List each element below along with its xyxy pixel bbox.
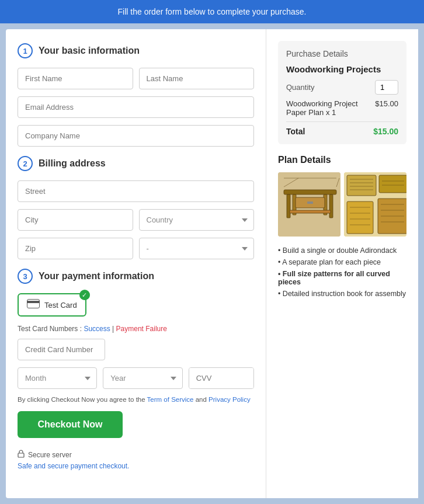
svg-rect-19	[347, 175, 376, 196]
svg-rect-1	[27, 301, 40, 303]
test-card-success-link[interactable]: Success	[84, 325, 110, 333]
section-number-3: 3	[18, 269, 33, 284]
price-row: Woodworking Project Paper Plan x 1 $15.0…	[286, 99, 398, 122]
billing-section-header: 2 Billing address	[18, 156, 254, 171]
left-panel: 1 Your basic information	[6, 29, 266, 498]
credit-card-icon	[27, 299, 40, 311]
month-select[interactable]: Month 01 02 03 04 05 06 07 08 09 10 11 1…	[18, 367, 97, 389]
section-number-2: 2	[18, 156, 33, 171]
payment-section-header: 3 Your payment information	[18, 269, 254, 284]
street-row	[18, 180, 254, 202]
zip-state-row: -	[18, 238, 254, 259]
country-select[interactable]: Country United States Canada United King…	[139, 209, 255, 231]
lock-icon	[18, 450, 25, 460]
svg-rect-8	[287, 194, 290, 218]
checkout-button[interactable]: Checkout Now	[18, 411, 123, 438]
test-card-label: Test Card	[44, 301, 77, 310]
card-check-icon: ✓	[79, 290, 90, 300]
privacy-link[interactable]: Privacy Policy	[208, 396, 251, 403]
svg-rect-9	[329, 194, 333, 218]
svg-rect-14	[307, 201, 313, 204]
last-name-group	[139, 68, 255, 89]
plan-feature-item: Detailed instruction book for assembly	[278, 288, 406, 300]
secure-server-row: Secure server	[18, 450, 254, 460]
company-group	[18, 125, 254, 147]
svg-rect-5	[18, 453, 24, 457]
quantity-label: Quantity	[286, 83, 314, 92]
billing-title: Billing address	[39, 158, 106, 169]
right-panel: Purchase Details Woodworking Projects Qu…	[266, 29, 418, 498]
svg-rect-7	[284, 190, 336, 194]
plan-features-list: Build a single or double AdirondackA sep…	[278, 245, 406, 300]
basic-info-section-header: 1 Your basic information	[18, 43, 254, 58]
terms-prefix: By clicking Checkout Now you agree to th…	[18, 396, 147, 403]
email-input[interactable]	[18, 96, 254, 118]
terms-middle: and	[196, 396, 208, 403]
safe-text: Safe and secure payment checkout.	[18, 462, 254, 470]
city-group	[18, 209, 133, 231]
country-group: Country United States Canada United King…	[139, 209, 255, 231]
quantity-input[interactable]	[375, 80, 398, 95]
banner-text: Fill the order form below to complete yo…	[118, 7, 307, 16]
test-card-failure-link[interactable]: Payment Failure	[116, 325, 167, 333]
basic-info-title: Your basic information	[39, 46, 140, 56]
plan-feature-item: A separate plan for each piece	[278, 256, 406, 268]
company-row	[18, 125, 254, 147]
terms-link[interactable]: Term of Service	[147, 396, 194, 403]
total-amount: $15.00	[373, 127, 398, 136]
city-country-row: Country United States Canada United King…	[18, 209, 254, 231]
cc-number-input[interactable]	[18, 339, 105, 360]
secure-server-text: Secure server	[28, 451, 72, 459]
email-row	[18, 96, 254, 118]
name-row	[18, 68, 254, 89]
street-group	[18, 180, 254, 202]
zip-group	[18, 238, 133, 259]
quantity-row: Quantity	[286, 80, 398, 95]
city-input[interactable]	[18, 209, 133, 231]
total-label: Total	[286, 127, 305, 136]
svg-rect-12	[290, 210, 331, 213]
payment-title: Your payment information	[39, 271, 154, 281]
zip-input[interactable]	[18, 238, 133, 259]
expiry-cvv-row: Month 01 02 03 04 05 06 07 08 09 10 11 1…	[18, 367, 254, 389]
purchase-details-title: Purchase Details	[286, 49, 398, 58]
terms-text: By clicking Checkout Now you agree to th…	[18, 396, 254, 403]
test-card-option[interactable]: ✓ Test Card	[18, 293, 86, 317]
company-input[interactable]	[18, 125, 254, 147]
svg-rect-24	[379, 175, 406, 193]
plan-image-2	[344, 172, 406, 237]
year-select[interactable]: Year 2024 2025 2026 2027 2028	[103, 367, 182, 389]
plan-feature-item: Build a single or double Adirondack	[278, 245, 406, 256]
email-group	[18, 96, 254, 118]
plan-image-1	[278, 172, 340, 237]
svg-rect-27	[347, 201, 373, 234]
cc-number-row	[18, 339, 254, 360]
purchase-details-box: Purchase Details Woodworking Projects Qu…	[278, 41, 406, 144]
section-number-1: 1	[18, 43, 33, 58]
test-card-prefix: Test Card Numbers :	[18, 325, 84, 333]
item-description: Woodworking Project Paper Plan x 1	[286, 99, 375, 117]
first-name-input[interactable]	[18, 68, 133, 89]
product-name: Woodworking Projects	[286, 64, 398, 74]
cvv-input[interactable]	[189, 368, 254, 388]
first-name-group	[18, 68, 133, 89]
street-input[interactable]	[18, 180, 254, 202]
total-row: Total $15.00	[286, 127, 398, 136]
svg-rect-0	[27, 300, 40, 308]
state-select[interactable]: -	[139, 238, 255, 259]
plan-details-title: Plan Details	[278, 155, 406, 165]
item-price: $15.00	[375, 99, 398, 117]
state-group: -	[139, 238, 255, 259]
test-card-info: Test Card Numbers : Success | Payment Fa…	[18, 325, 254, 333]
top-banner: Fill the order form below to complete yo…	[0, 0, 424, 23]
cvv-wrapper	[189, 367, 254, 389]
last-name-input[interactable]	[139, 68, 255, 89]
page-wrapper: Fill the order form below to complete yo…	[0, 0, 424, 504]
plan-feature-item: Full size patterns for all curved pieces	[278, 268, 406, 288]
main-content: 1 Your basic information	[6, 29, 418, 498]
plan-images	[278, 172, 406, 237]
